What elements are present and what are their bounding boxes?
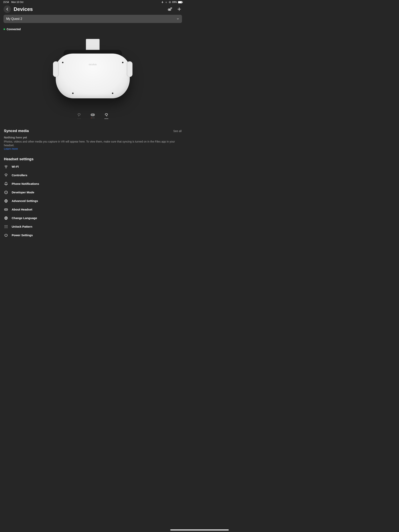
settings-item-advanced-settings[interactable]: Advanced Settings (4, 197, 182, 205)
device-selector-label: My Quest 2 (6, 17, 22, 21)
svg-point-0 (166, 3, 166, 3)
controller-status-row (0, 107, 186, 127)
settings-item-change-language[interactable]: Change Language (4, 214, 182, 222)
svg-point-21 (7, 225, 8, 226)
battery-percent: 89% (172, 1, 177, 4)
synced-media-see-all[interactable]: See all (173, 129, 182, 133)
synced-media-empty-title: Nothing here yet (4, 136, 182, 139)
pattern-icon (4, 225, 8, 229)
controller-icon (4, 173, 8, 177)
page-header: Devices (0, 4, 186, 15)
battery-icon (178, 1, 182, 3)
settings-item-wifi[interactable]: Wi-Fi (4, 162, 182, 171)
settings-item-unlock-pattern[interactable]: Unlock Pattern (4, 222, 182, 231)
globe-icon (4, 216, 8, 220)
settings-item-about-headset[interactable]: About Headset (4, 205, 182, 214)
headset-battery-status[interactable] (90, 113, 95, 119)
svg-point-6 (78, 114, 80, 115)
synced-media-learn-more[interactable]: Learn more (4, 147, 182, 150)
status-date: Mon 10 Oct (11, 1, 23, 4)
svg-point-22 (5, 226, 5, 227)
svg-point-11 (6, 168, 6, 168)
settings-item-label: Wi-Fi (12, 165, 19, 168)
svg-point-26 (6, 228, 6, 228)
settings-item-label: Developer Mode (12, 191, 34, 194)
settings-item-label: Phone Notifications (12, 182, 39, 185)
svg-point-10 (105, 114, 108, 115)
svg-point-8 (92, 114, 92, 115)
status-bar: 15:54 Mon 10 Oct 89% (0, 0, 186, 4)
settings-item-controllers[interactable]: Controllers (4, 171, 182, 180)
headset-icon (4, 207, 8, 212)
orientation-lock-icon (169, 1, 171, 3)
svg-point-23 (6, 226, 6, 227)
connection-status-label: Connected (7, 28, 21, 31)
left-controller-status[interactable] (77, 113, 81, 119)
status-dot-icon (4, 28, 5, 30)
svg-point-4 (169, 9, 169, 10)
settings-item-phone-notifications[interactable]: Phone Notifications (4, 180, 182, 188)
svg-point-14 (6, 200, 7, 201)
gear-icon (4, 199, 8, 203)
svg-point-12 (5, 174, 7, 175)
svg-point-16 (5, 209, 6, 210)
settings-item-label: Power Settings (12, 234, 33, 237)
airplane-mode-icon (161, 1, 164, 3)
settings-item-label: Change Language (12, 216, 37, 220)
info-icon (4, 190, 8, 195)
add-device-button[interactable] (176, 6, 182, 12)
svg-rect-7 (91, 114, 95, 116)
cast-button[interactable] (167, 6, 173, 12)
back-button[interactable] (4, 6, 11, 13)
settings-item-power-settings[interactable]: Power Settings (4, 231, 182, 240)
headset-settings-title: Headset settings (4, 157, 33, 161)
right-controller-status[interactable] (104, 113, 109, 119)
synced-media-title: Synced media (4, 129, 29, 133)
page-title: Devices (14, 6, 164, 12)
svg-rect-2 (170, 2, 170, 3)
settings-item-developer-mode[interactable]: Developer Mode (4, 188, 182, 197)
connection-status: Connected (0, 23, 186, 33)
synced-media-empty-desc: Photos, videos and other media you captu… (4, 140, 182, 147)
status-time: 15:54 (3, 1, 9, 4)
settings-item-label: Advanced Settings (12, 199, 38, 203)
headset-image: oculus (0, 33, 186, 107)
svg-point-17 (6, 209, 7, 210)
svg-rect-15 (5, 209, 8, 210)
settings-item-label: Controllers (12, 173, 27, 177)
device-selector[interactable]: My Quest 2 (4, 15, 182, 23)
settings-item-label: About Headset (12, 208, 32, 211)
svg-point-27 (7, 228, 8, 228)
svg-point-20 (6, 225, 6, 226)
headset-settings-section: Headset settings Wi-Fi Controllers Phone… (0, 155, 186, 240)
chevron-down-icon (176, 18, 179, 20)
svg-point-9 (93, 114, 94, 115)
svg-point-25 (5, 228, 5, 228)
headset-brand-label: oculus (56, 63, 130, 66)
power-icon (4, 233, 8, 237)
bell-icon (4, 182, 8, 186)
svg-point-24 (7, 226, 8, 227)
wifi-icon (4, 165, 8, 169)
svg-point-5 (170, 9, 170, 10)
settings-item-label: Unlock Pattern (12, 225, 32, 228)
synced-media-section: Synced media See all Nothing here yet Ph… (0, 127, 186, 150)
svg-point-19 (5, 225, 5, 226)
wifi-icon (165, 1, 167, 3)
